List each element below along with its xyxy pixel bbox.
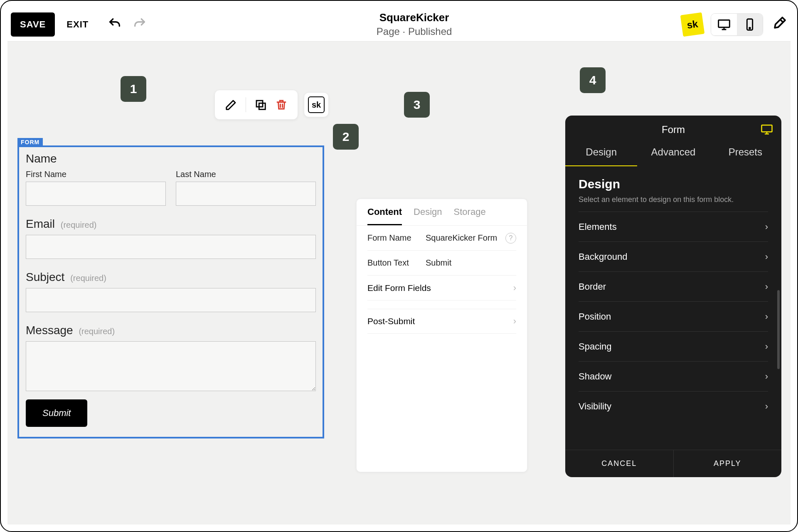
chevron-right-icon: › [765,281,768,292]
sk-section-heading: Design [579,177,768,191]
exit-button[interactable]: EXIT [66,19,89,30]
redo-icon[interactable] [133,17,147,32]
sk-tab-presets[interactable]: Presets [709,141,781,166]
topbar-right: sk [682,13,787,36]
block-toolbar-box [214,90,298,120]
email-input[interactable] [26,235,316,259]
message-field-title: Message (required) [26,324,316,337]
desktop-view-button[interactable] [711,14,737,35]
svg-point-2 [749,27,751,29]
form-editor-body: Form Name SquareKicker Form ? Button Tex… [357,226,527,334]
svg-rect-5 [762,125,772,132]
chevron-right-icon: › [765,311,768,322]
chevron-right-icon: › [513,283,516,293]
form-name-label: Form Name [367,233,426,243]
chevron-right-icon: › [765,401,768,412]
save-button[interactable]: SAVE [11,12,55,37]
message-textarea[interactable] [26,341,316,391]
toolbar-separator [246,97,246,112]
undo-icon[interactable] [108,17,122,32]
last-name-input[interactable] [176,182,316,206]
step-marker-4: 4 [580,67,606,93]
sk-section-subtitle: Select an element to design on this form… [579,195,768,204]
sk-item-elements[interactable]: Elements› [579,212,768,241]
trash-icon[interactable] [271,94,292,115]
button-text-value: Submit [426,258,516,268]
app-title: SquareKicker [377,11,452,24]
svg-rect-0 [719,20,730,27]
chevron-right-icon: › [765,341,768,352]
tab-design[interactable]: Design [414,207,442,225]
style-brush-button[interactable] [771,15,787,34]
first-name-input[interactable] [26,182,166,206]
subject-label-text: Subject [26,271,64,283]
subject-input[interactable] [26,288,316,312]
mobile-view-button[interactable] [737,14,763,35]
tab-storage[interactable]: Storage [454,207,486,225]
sk-item-position[interactable]: Position› [579,301,768,331]
edit-form-fields-link[interactable]: Edit Form Fields › [367,276,516,300]
submit-button[interactable]: Submit [26,399,87,427]
subject-field-title: Subject (required) [26,271,316,284]
sk-item-border[interactable]: Border› [579,271,768,301]
sk-item-background[interactable]: Background› [579,241,768,271]
sk-item-label: Background [579,251,627,262]
button-text-label: Button Text [367,258,426,268]
sk-panel-tabs: Design Advanced Presets [565,141,781,166]
sk-item-label: Border [579,281,606,292]
topbar-center: SquareKicker Page · Published [377,11,452,37]
undo-redo-group [108,17,147,32]
sk-item-shadow[interactable]: Shadow› [579,361,768,391]
topbar-left: SAVE EXIT [11,12,147,37]
step-marker-1: 1 [121,76,146,102]
chevron-right-icon: › [765,371,768,382]
sk-panel-header: Form [565,116,781,141]
form-name-value: SquareKicker Form [426,233,505,243]
first-name-label: First Name [26,170,166,179]
sk-item-visibility[interactable]: Visibility› [579,391,768,421]
sk-logo[interactable]: sk [680,12,705,37]
pencil-icon[interactable] [221,94,241,115]
canvas: sk 1 2 3 4 [7,42,791,525]
sk-tab-design[interactable]: Design [565,141,637,166]
subject-required: (required) [70,273,106,283]
button-text-row[interactable]: Button Text Submit [367,251,516,276]
chevron-right-icon: › [765,222,768,232]
edit-form-fields-label: Edit Form Fields [367,283,431,293]
tab-content[interactable]: Content [367,207,402,225]
step-marker-2: 2 [333,124,359,150]
subject-field: Subject (required) [26,271,316,312]
sk-tool-button[interactable]: sk [304,92,329,117]
scrollbar-thumb[interactable] [777,290,780,369]
last-name-label: Last Name [176,170,316,179]
post-submit-link[interactable]: Post-Submit › [367,309,516,334]
form-editor-tabs: Content Design Storage [357,199,527,226]
form-block[interactable]: FORM Name First Name Last Name Email [17,145,324,438]
form-name-row[interactable]: Form Name SquareKicker Form ? [367,226,516,251]
device-toggle [711,13,763,36]
sk-item-label: Position [579,311,611,322]
message-field: Message (required) [26,324,316,391]
sk-panel-body: Design Select an element to design on th… [565,166,781,450]
sk-panel-footer: CANCEL APPLY [565,450,781,477]
page-status: Page · Published [377,26,452,37]
message-label-text: Message [26,324,73,337]
desktop-icon[interactable] [761,123,773,138]
sk-item-spacing[interactable]: Spacing› [579,331,768,361]
top-bar: SAVE EXIT SquareKicker Page · Published … [7,7,791,42]
chevron-right-icon: › [765,251,768,262]
sk-cancel-button[interactable]: CANCEL [565,450,673,477]
help-icon[interactable]: ? [505,233,516,244]
sk-design-panel: Form Design Advanced Presets Design Sele… [565,116,781,477]
sk-item-label: Shadow [579,371,612,382]
duplicate-icon[interactable] [250,94,271,115]
chevron-right-icon: › [513,316,516,327]
post-submit-label: Post-Submit [367,316,415,326]
form-editor-panel: Content Design Storage Form Name SquareK… [356,199,527,472]
message-required: (required) [79,327,115,336]
sk-apply-button[interactable]: APPLY [673,450,782,477]
sk-tab-advanced[interactable]: Advanced [637,141,709,166]
step-marker-3: 3 [404,92,430,118]
sk-item-label: Elements [579,222,617,232]
form-block-tag: FORM [17,138,43,146]
